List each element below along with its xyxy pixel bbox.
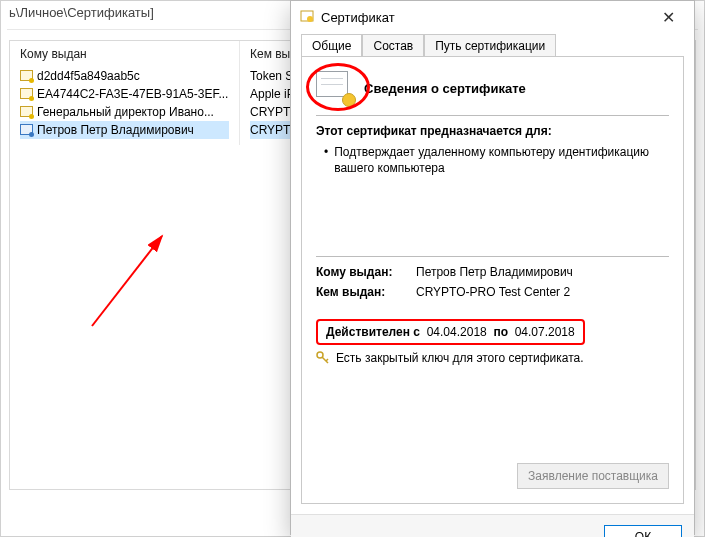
certificate-icon — [20, 106, 33, 118]
cert-subject: Петров Петр Владимирович — [37, 123, 194, 137]
shield-icon — [299, 9, 315, 25]
certificate-dialog: Сертификат ✕ Общие Состав Путь сертифика… — [290, 0, 695, 535]
key-icon — [316, 351, 330, 365]
valid-prefix: Действителен с — [326, 325, 420, 339]
table-row[interactable]: d2dd4f5a849aab5c — [20, 67, 229, 85]
cert-subject: Генеральный директор Ивано... — [37, 105, 214, 119]
certificate-icon — [20, 88, 33, 100]
svg-line-0 — [92, 236, 162, 326]
annotation-oval — [306, 63, 370, 111]
cert-subject: EA4744C2-FA3E-47EB-91A5-3EF... — [37, 87, 228, 101]
column-header-subject[interactable]: Кому выдан — [20, 47, 229, 67]
table-row[interactable]: EA4744C2-FA3E-47EB-91A5-3EF... — [20, 85, 229, 103]
annotation-arrow — [82, 226, 192, 336]
cert-subject: d2dd4f5a849aab5c — [37, 69, 140, 83]
issued-by-label: Кем выдан: — [316, 285, 406, 299]
table-row[interactable]: Генеральный директор Ивано... — [20, 103, 229, 121]
info-header: Сведения о сертификате — [316, 71, 669, 105]
private-key-text: Есть закрытый ключ для этого сертификата… — [336, 351, 584, 365]
info-header-text: Сведения о сертификате — [364, 81, 526, 96]
valid-sep: по — [493, 325, 508, 339]
tab-general[interactable]: Общие — [301, 34, 362, 57]
private-key-note: Есть закрытый ключ для этого сертификата… — [316, 351, 669, 365]
issued-to-value: Петров Петр Владимирович — [416, 265, 573, 279]
svg-point-2 — [307, 16, 313, 22]
column-subject: Кому выдан d2dd4f5a849aab5c EA4744C2-FA3… — [10, 41, 240, 145]
dialog-footer: ОК — [291, 514, 694, 537]
divider — [316, 115, 669, 116]
purpose-item: Подтверждает удаленному компьютеру идент… — [316, 144, 669, 176]
issued-to-label: Кому выдан: — [316, 265, 406, 279]
tab-composition[interactable]: Состав — [362, 34, 424, 57]
certificate-icon — [20, 124, 33, 136]
purpose-heading: Этот сертификат предназначается для: — [316, 124, 669, 138]
divider — [316, 256, 669, 257]
tabs: Общие Состав Путь сертификации — [301, 34, 684, 57]
certificate-icon — [20, 70, 33, 82]
certificate-badge-icon — [316, 71, 354, 105]
dialog-title: Сертификат — [321, 10, 395, 25]
close-button[interactable]: ✕ — [650, 5, 686, 29]
issued-to-row: Кому выдан: Петров Петр Владимирович — [316, 265, 669, 279]
issued-by-row: Кем выдан: CRYPTO-PRO Test Center 2 — [316, 285, 669, 299]
validity-row: Действителен с 04.04.2018 по 04.07.2018 — [316, 319, 669, 345]
issued-by-value: CRYPTO-PRO Test Center 2 — [416, 285, 570, 299]
tab-panel-general: Сведения о сертификате Этот сертификат п… — [301, 56, 684, 504]
table-row-selected[interactable]: Петров Петр Владимирович — [20, 121, 229, 139]
dialog-titlebar: Сертификат ✕ — [291, 1, 694, 33]
valid-to: 04.07.2018 — [515, 325, 575, 339]
ok-button[interactable]: ОК — [604, 525, 682, 538]
tab-cert-path[interactable]: Путь сертификации — [424, 34, 556, 57]
valid-from: 04.04.2018 — [427, 325, 487, 339]
annotation-highlight-box: Действителен с 04.04.2018 по 04.07.2018 — [316, 319, 585, 345]
supplier-statement-button: Заявление поставщика — [517, 463, 669, 489]
